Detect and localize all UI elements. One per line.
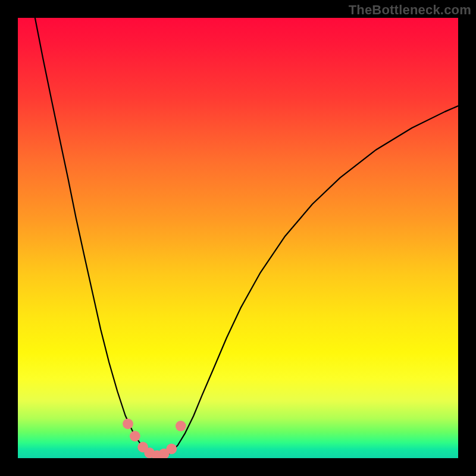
chart-frame: TheBottleneck.com <box>0 0 476 476</box>
highlight-dot <box>166 444 177 455</box>
highlight-dot <box>176 421 186 431</box>
plot-area <box>18 18 458 458</box>
highlight-dot <box>130 431 140 441</box>
highlight-dots <box>123 418 186 458</box>
curve-layer <box>18 18 458 458</box>
attribution-text: TheBottleneck.com <box>349 2 471 18</box>
highlight-dot <box>123 418 133 429</box>
curve-path <box>35 18 458 458</box>
